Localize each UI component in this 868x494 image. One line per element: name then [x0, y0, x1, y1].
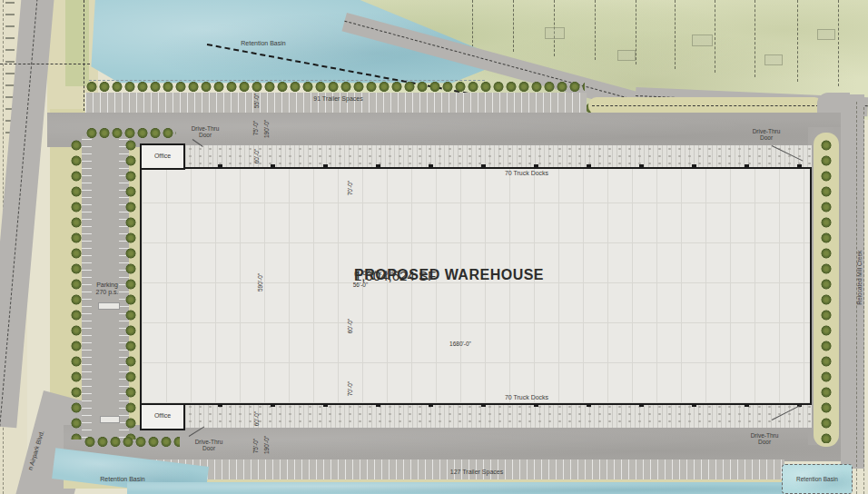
- site-plan: n Airpark Blvd. Retention Basin 91 Trail…: [0, 0, 868, 494]
- office-south-label: Office: [140, 412, 185, 420]
- creek-label: Relocated Mill Creek: [856, 250, 863, 306]
- retention-basin-north-label: Retention Basin: [222, 40, 304, 47]
- dim-bay-70-south: 70'-0": [346, 373, 355, 404]
- tree-row-office-south: [84, 436, 180, 448]
- parking-count: 270 p.s.: [87, 289, 127, 296]
- dim-north-190: 190'-0": [262, 114, 271, 144]
- tree-col-east: [820, 138, 833, 443]
- tree-row-office-north: [85, 127, 176, 139]
- dim-bay-70-north: 70'-0": [346, 173, 355, 203]
- dim-bay-56: 56'-0": [344, 282, 377, 288]
- retention-basin-southeast-label: Retention Basin: [782, 476, 853, 482]
- drive-thru-door-label-nw: Drive-Thru Door: [187, 125, 223, 139]
- dim-south-190: 190'-0": [262, 430, 271, 460]
- property-line-north: [84, 0, 84, 111]
- house-footprint: [692, 35, 713, 46]
- drive-thru-door-label-ne: Drive-Thru Door: [748, 128, 784, 142]
- truck-docks-south-label: 70 Truck Docks: [454, 394, 599, 401]
- house-footprint: [764, 54, 783, 65]
- trailer-spaces-south-label: 127 Trailer Spaces: [409, 469, 545, 476]
- drive-thru-door-label-sw: Drive-Thru Door: [191, 439, 227, 452]
- dim-north-60: 60'-0": [252, 141, 261, 172]
- dim-south-60: 60'-0": [252, 403, 261, 434]
- dim-width-590: 590'-0": [256, 267, 265, 298]
- green-strip-northwest: [65, 0, 89, 86]
- tree-col-parking-west: [70, 138, 83, 440]
- dock-positions-south: [218, 403, 806, 407]
- parking-label: Parking 270 p.s.: [87, 282, 127, 296]
- tree-row-north: [85, 81, 585, 93]
- house-footprint: [817, 29, 835, 40]
- creek-south: [127, 482, 786, 494]
- warehouse-building: [140, 167, 812, 405]
- truck-court-south: [64, 425, 846, 461]
- house-footprint: [545, 27, 565, 39]
- drive-thru-door-label-se: Drive-Thru Door: [746, 432, 783, 446]
- dock-apron-south: [185, 403, 812, 428]
- tree-col-parking-east: [124, 138, 137, 440]
- retention-basin-southwest-label: Retention Basin: [91, 476, 154, 483]
- dim-north-55: 55'-0": [252, 85, 261, 116]
- warehouse-footprint: (1,680' x 590'): [354, 269, 399, 277]
- parking-island: [98, 302, 120, 310]
- dim-north-75: 75'-0": [252, 113, 261, 143]
- truck-docks-north-label: 70 Truck Docks: [454, 170, 599, 177]
- dim-south-75: 75'-0": [252, 430, 261, 461]
- creek-line-east-2: [863, 107, 864, 494]
- office-north-label: Office: [140, 153, 185, 160]
- dim-bay-60: 60'-0": [346, 311, 355, 341]
- parking-island: [100, 416, 120, 423]
- parking-title: Parking: [87, 282, 127, 289]
- trailer-spaces-north-label: 91 Trailer Spaces: [272, 95, 404, 103]
- house-footprint: [617, 50, 636, 61]
- dim-length: 1680'-0": [419, 341, 501, 347]
- dock-positions-north: [218, 164, 806, 168]
